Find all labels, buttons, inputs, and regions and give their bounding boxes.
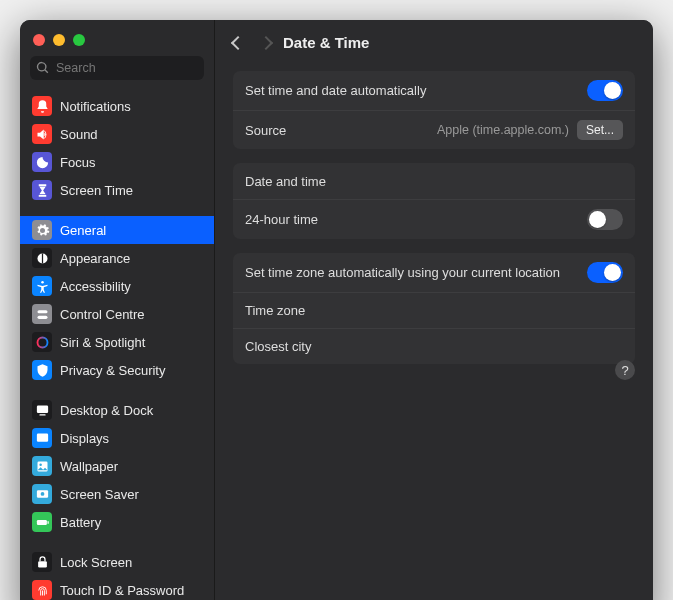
h24-label: 24-hour time (245, 212, 587, 227)
sidebar-item-label: Touch ID & Password (60, 583, 184, 598)
sidebar-item-siri-spotlight[interactable]: Siri & Spotlight (20, 328, 214, 356)
screen-saver-icon (32, 484, 52, 504)
help-button[interactable]: ? (615, 360, 635, 380)
sidebar-item-screen-saver[interactable]: Screen Saver (20, 480, 214, 508)
auto-tz-label: Set time zone automatically using your c… (245, 265, 587, 280)
desktop-dock-icon (32, 400, 52, 420)
svg-rect-2 (37, 310, 47, 313)
set-source-button[interactable]: Set... (577, 120, 623, 140)
sidebar-item-label: Screen Time (60, 183, 133, 198)
accessibility-icon (32, 276, 52, 296)
tz-label: Time zone (245, 303, 623, 318)
settings-window: Notifications Sound Focus Screen Time Ge… (20, 20, 653, 600)
source-value: Apple (time.apple.com.) (437, 123, 569, 137)
svg-rect-5 (36, 405, 47, 413)
sidebar-item-label: Screen Saver (60, 487, 139, 502)
back-button[interactable] (231, 35, 245, 49)
auto-time-label: Set time and date automatically (245, 83, 587, 98)
window-controls (20, 20, 214, 56)
svg-point-11 (40, 492, 44, 496)
wallpaper-icon (32, 456, 52, 476)
sidebar-item-desktop-dock[interactable]: Desktop & Dock (20, 396, 214, 424)
sidebar-item-general[interactable]: General (20, 216, 214, 244)
sidebar-item-label: Wallpaper (60, 459, 118, 474)
datetime-group: Date and time 24-hour time (233, 163, 635, 239)
sidebar-item-screen-time[interactable]: Screen Time (20, 176, 214, 204)
svg-rect-12 (36, 520, 46, 525)
content-header: Date & Time (215, 20, 653, 63)
city-label: Closest city (245, 339, 623, 354)
lock-screen-icon (32, 552, 52, 572)
sidebar-item-label: Focus (60, 155, 95, 170)
sidebar-item-label: Appearance (60, 251, 130, 266)
sidebar-item-displays[interactable]: Displays (20, 424, 214, 452)
displays-icon (32, 428, 52, 448)
touch-id-password-icon (32, 580, 52, 600)
auto-tz-toggle[interactable] (587, 262, 623, 283)
sidebar-item-appearance[interactable]: Appearance (20, 244, 214, 272)
sidebar-item-label: Privacy & Security (60, 363, 165, 378)
sidebar-item-label: Notifications (60, 99, 131, 114)
sidebar-item-control-centre[interactable]: Control Centre (20, 300, 214, 328)
siri-spotlight-icon (32, 332, 52, 352)
sidebar-item-label: Battery (60, 515, 101, 530)
sidebar-item-label: Desktop & Dock (60, 403, 153, 418)
svg-rect-7 (36, 433, 47, 441)
sidebar-nav: Notifications Sound Focus Screen Time Ge… (20, 90, 214, 600)
sidebar-item-focus[interactable]: Focus (20, 148, 214, 176)
battery-icon (32, 512, 52, 532)
sidebar-item-wallpaper[interactable]: Wallpaper (20, 452, 214, 480)
minimize-window-button[interactable] (53, 34, 65, 46)
svg-rect-13 (47, 521, 48, 524)
sidebar-item-touch-id-password[interactable]: Touch ID & Password (20, 576, 214, 600)
svg-rect-14 (38, 561, 47, 567)
svg-point-1 (41, 280, 44, 283)
sidebar-item-label: Displays (60, 431, 109, 446)
content-pane: Date & Time Set time and date automatica… (215, 20, 653, 600)
fullscreen-window-button[interactable] (73, 34, 85, 46)
general-icon (32, 220, 52, 240)
sidebar-item-label: General (60, 223, 106, 238)
svg-rect-6 (39, 414, 45, 415)
focus-icon (32, 152, 52, 172)
sidebar-item-sound[interactable]: Sound (20, 120, 214, 148)
forward-button (259, 35, 273, 49)
sidebar-item-privacy-security[interactable]: Privacy & Security (20, 356, 214, 384)
notifications-icon (32, 96, 52, 116)
sidebar-item-label: Accessibility (60, 279, 131, 294)
auto-time-toggle[interactable] (587, 80, 623, 101)
svg-rect-3 (37, 315, 47, 318)
svg-point-9 (39, 463, 42, 466)
privacy-security-icon (32, 360, 52, 380)
datetime-label: Date and time (245, 174, 623, 189)
sidebar-item-notifications[interactable]: Notifications (20, 92, 214, 120)
sound-icon (32, 124, 52, 144)
h24-toggle[interactable] (587, 209, 623, 230)
sidebar-item-label: Siri & Spotlight (60, 335, 145, 350)
sidebar: Notifications Sound Focus Screen Time Ge… (20, 20, 215, 600)
search-input[interactable] (30, 56, 204, 80)
sidebar-item-battery[interactable]: Battery (20, 508, 214, 536)
close-window-button[interactable] (33, 34, 45, 46)
source-label: Source (245, 123, 437, 138)
svg-point-4 (37, 337, 47, 347)
sidebar-item-label: Sound (60, 127, 98, 142)
time-settings-group: Set time and date automatically Source A… (233, 71, 635, 149)
appearance-icon (32, 248, 52, 268)
screen-time-icon (32, 180, 52, 200)
timezone-group: Set time zone automatically using your c… (233, 253, 635, 364)
sidebar-item-accessibility[interactable]: Accessibility (20, 272, 214, 300)
page-title: Date & Time (283, 34, 369, 51)
sidebar-item-label: Control Centre (60, 307, 145, 322)
sidebar-item-label: Lock Screen (60, 555, 132, 570)
control-centre-icon (32, 304, 52, 324)
sidebar-item-lock-screen[interactable]: Lock Screen (20, 548, 214, 576)
